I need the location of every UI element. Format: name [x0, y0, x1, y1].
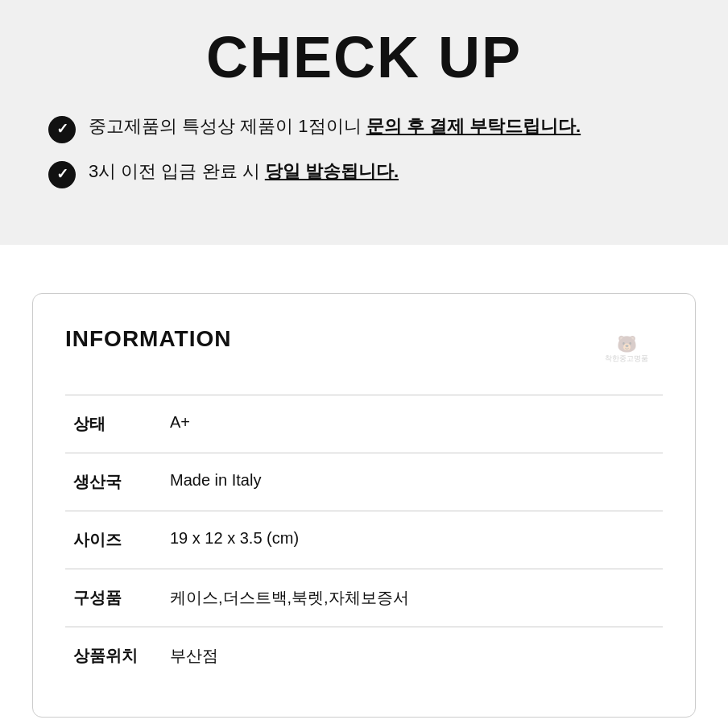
checklist-text-2: 3시 이전 입금 완료 시 당일 발송됩니다.	[89, 159, 399, 184]
label-origin: 생산국	[73, 471, 170, 493]
checklist-text-1: 중고제품의 특성상 제품이 1점이니 문의 후 결제 부탁드립니다.	[89, 114, 581, 139]
table-row-contents: 구성품 케이스,더스트백,북렛,자체보증서	[65, 569, 663, 627]
label-size: 사이즈	[73, 529, 170, 551]
checkmark-icon-1	[48, 116, 76, 143]
info-card: INFORMATION 🐻 착한중고명품 상태 A+ 생산국 Made in I…	[32, 293, 696, 718]
info-table: 상태 A+ 생산국 Made in Italy 사이즈 19 x 12 x 3.…	[65, 395, 663, 685]
value-origin: Made in Italy	[170, 471, 261, 490]
checklist: 중고제품의 특성상 제품이 1점이니 문의 후 결제 부탁드립니다. 3시 이전…	[32, 114, 696, 188]
checkmark-icon-2	[48, 161, 76, 188]
page-title: CHECK UP	[32, 24, 696, 90]
brand-logo: 🐻 착한중고명품	[590, 326, 663, 370]
info-header: INFORMATION 🐻 착한중고명품	[65, 326, 663, 370]
bottom-section: INFORMATION 🐻 착한중고명품 상태 A+ 생산국 Made in I…	[0, 245, 728, 728]
label-status: 상태	[73, 413, 170, 435]
table-row-location: 상품위치 부산점	[65, 627, 663, 685]
checklist-text-highlight-1: 문의 후 결제 부탁드립니다.	[366, 116, 581, 136]
checklist-item-2: 3시 이전 입금 완료 시 당일 발송됩니다.	[48, 159, 680, 188]
table-row-size: 사이즈 19 x 12 x 3.5 (cm)	[65, 511, 663, 569]
value-status: A+	[170, 413, 190, 432]
value-contents: 케이스,더스트백,북렛,자체보증서	[170, 587, 409, 609]
checklist-item-1: 중고제품의 특성상 제품이 1점이니 문의 후 결제 부탁드립니다.	[48, 114, 680, 143]
info-title: INFORMATION	[65, 326, 231, 352]
checklist-text-before-1: 중고제품의 특성상 제품이 1점이니	[89, 116, 366, 136]
value-location: 부산점	[170, 645, 218, 667]
top-section: CHECK UP 중고제품의 특성상 제품이 1점이니 문의 후 결제 부탁드립…	[0, 0, 728, 245]
label-contents: 구성품	[73, 587, 170, 609]
checklist-text-before-2: 3시 이전 입금 완료 시	[89, 161, 265, 181]
checklist-text-highlight-2: 당일 발송됩니다.	[265, 161, 399, 181]
label-location: 상품위치	[73, 645, 170, 667]
value-size: 19 x 12 x 3.5 (cm)	[170, 529, 299, 548]
table-row-status: 상태 A+	[65, 395, 663, 453]
table-row-origin: 생산국 Made in Italy	[65, 453, 663, 511]
brand-name: 착한중고명품	[605, 354, 648, 362]
